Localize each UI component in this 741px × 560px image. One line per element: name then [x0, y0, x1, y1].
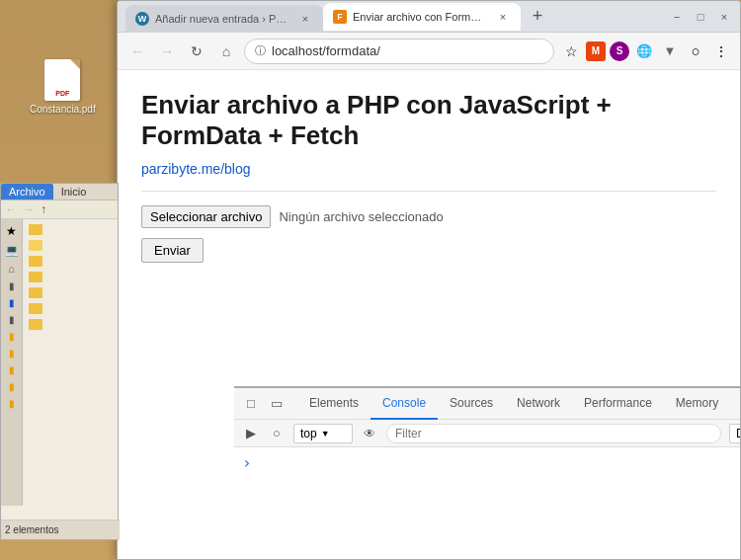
tab1-label: Añadir nueva entrada › Per... — [155, 13, 291, 25]
dt-device-icon[interactable]: ▭ — [268, 395, 286, 413]
dt-tab-elements[interactable]: Elements — [297, 388, 370, 420]
context-value: top — [300, 427, 317, 440]
folder-item[interactable] — [27, 271, 114, 283]
tab-wordpress[interactable]: W Añadir nueva entrada › Per... × — [125, 5, 323, 33]
globe-icon[interactable]: ○ — [685, 40, 706, 62]
separator — [141, 191, 716, 192]
menu-btn[interactable]: ⋮ — [710, 40, 732, 62]
fm-folder4-icon[interactable]: ▮ — [9, 381, 15, 392]
tab-favicon-orange: F — [333, 10, 347, 24]
home-btn[interactable]: ⌂ — [214, 40, 238, 63]
level-label: Default levels — [736, 427, 741, 440]
new-tab-btn[interactable]: + — [525, 4, 550, 30]
fm-bookmark-icon[interactable]: ▮ — [9, 280, 15, 291]
desktop-icon-constancia[interactable]: PDF Constancia.pdf — [30, 59, 96, 115]
console-prompt[interactable] — [242, 451, 741, 474]
eye-icon[interactable]: 👁 — [361, 425, 378, 442]
console-bar: ▶ ○ top ▼ 👁 Default levels ▼ ⚙ — [234, 420, 741, 447]
ext-icon-1[interactable]: M — [586, 41, 606, 61]
fm-folder-icon[interactable]: ▮ — [9, 331, 15, 342]
address-text: localhost/formdata/ — [272, 43, 380, 58]
fm-side-icons: ★ 💻 ⌂ ▮ ▮ ▮ ▮ ▮ ▮ ▮ ▮ — [1, 219, 23, 506]
console-clear-icon[interactable]: ○ — [268, 425, 286, 442]
close-btn[interactable]: × — [716, 9, 732, 25]
tab-favicon-wordpress: W — [135, 12, 149, 26]
fm-star-icon[interactable]: ★ — [6, 224, 17, 238]
dt-tab-network[interactable]: Network — [505, 388, 572, 420]
fm-status-bar: 2 elementos — [1, 520, 120, 539]
fm-forward-btn[interactable]: → — [23, 202, 35, 216]
ext-icon-3[interactable]: ▼ — [659, 40, 681, 62]
fm-folder3-icon[interactable]: ▮ — [9, 364, 15, 375]
folder-item[interactable] — [27, 318, 114, 331]
fm-folder5-icon[interactable]: ▮ — [9, 398, 15, 409]
console-filter-input[interactable] — [386, 424, 721, 443]
back-btn[interactable]: ← — [125, 40, 149, 63]
fm-up-btn[interactable]: ↑ — [41, 202, 46, 216]
translate-icon[interactable]: 🌐 — [633, 40, 655, 62]
folder-item[interactable] — [27, 223, 114, 236]
context-dropdown-icon: ▼ — [321, 429, 330, 439]
fm-home-icon[interactable]: ⌂ — [8, 263, 15, 275]
fm-link-icon[interactable]: ▮ — [9, 297, 15, 308]
folder-item[interactable] — [27, 239, 114, 252]
context-selector[interactable]: top ▼ — [293, 424, 353, 443]
console-run-icon[interactable]: ▶ — [242, 425, 260, 442]
nav-icons: ☆ M S 🌐 ▼ ○ ⋮ — [560, 40, 732, 62]
address-bar[interactable]: ⓘ localhost/formdata/ — [244, 39, 554, 64]
dt-tab-sources[interactable]: Sources — [438, 388, 505, 420]
tab2-close-btn[interactable]: × — [495, 9, 511, 25]
fm-tab-bar: Archivo Inicio — [1, 184, 118, 200]
title-bar: W Añadir nueva entrada › Per... × F Envi… — [118, 1, 740, 33]
browser-window: W Añadir nueva entrada › Per... × F Envi… — [117, 0, 741, 560]
dt-tabs: Elements Console Sources Network Perform… — [297, 388, 741, 420]
nav-bar: ← → ↻ ⌂ ⓘ localhost/formdata/ ☆ M S 🌐 ▼ … — [118, 33, 740, 70]
blog-link[interactable]: parzibyte.me/blog — [141, 161, 716, 177]
reload-btn[interactable]: ↻ — [185, 40, 208, 63]
bookmark-btn[interactable]: ☆ — [560, 40, 582, 62]
dt-left-icons: □ ▭ — [242, 395, 286, 413]
fm-folder2-icon[interactable]: ▮ — [9, 348, 15, 359]
file-select-btn[interactable]: Seleccionar archivo — [141, 205, 271, 228]
dt-tab-performance[interactable]: Performance — [572, 388, 664, 420]
devtools-panel: □ ▭ Elements Console Sources Network Per… — [234, 386, 741, 559]
file-manager: Archivo Inicio ← → ↑ ★ 💻 ⌂ ▮ ▮ ▮ ▮ ▮ ▮ ▮… — [0, 183, 119, 540]
maximize-btn[interactable]: □ — [693, 9, 708, 25]
lock-icon: ⓘ — [255, 43, 266, 58]
dt-inspect-icon[interactable]: □ — [242, 395, 260, 413]
dt-tab-console[interactable]: Console — [370, 388, 438, 420]
fm-tab-archivo[interactable]: Archivo — [1, 184, 53, 200]
fm-nav-bar: ← → ↑ — [1, 200, 118, 219]
window-controls: − □ × — [669, 9, 732, 25]
folder-item[interactable] — [27, 255, 114, 268]
fm-settings-icon[interactable]: ▮ — [9, 314, 15, 325]
folder-item[interactable] — [27, 286, 114, 299]
console-content — [234, 447, 741, 560]
dt-tab-memory[interactable]: Memory — [664, 388, 730, 420]
forward-btn[interactable]: → — [155, 40, 179, 63]
submit-btn[interactable]: Enviar — [141, 238, 204, 263]
devtools-toolbar: □ ▭ Elements Console Sources Network Per… — [234, 388, 741, 420]
page-content: Enviar archivo a PHP con JavaScript + Fo… — [118, 70, 740, 388]
file-name-label: Ningún archivo seleccionado — [279, 209, 443, 224]
level-selector[interactable]: Default levels ▼ — [729, 424, 741, 443]
page-title: Enviar archivo a PHP con JavaScript + Fo… — [141, 90, 716, 151]
ext-icon-2[interactable]: S — [610, 41, 629, 61]
tab2-label: Enviar archivo con FormDa... — [353, 11, 489, 23]
tab-formdata[interactable]: F Enviar archivo con FormDa... × — [323, 3, 521, 31]
tab1-close-btn[interactable]: × — [297, 11, 313, 27]
fm-tab-inicio[interactable]: Inicio — [53, 184, 95, 200]
folder-item[interactable] — [27, 302, 114, 315]
fm-computer-icon[interactable]: 💻 — [5, 244, 19, 257]
fm-back-btn[interactable]: ← — [5, 202, 17, 216]
fm-status-text: 2 elementos — [5, 524, 58, 535]
desktop-icon-label: Constancia.pdf — [30, 104, 96, 115]
fm-folders-area — [23, 219, 118, 506]
minimize-btn[interactable]: − — [669, 9, 685, 25]
file-input-area: Seleccionar archivo Ningún archivo selec… — [141, 205, 716, 228]
dt-tab-more[interactable]: » — [730, 388, 741, 420]
